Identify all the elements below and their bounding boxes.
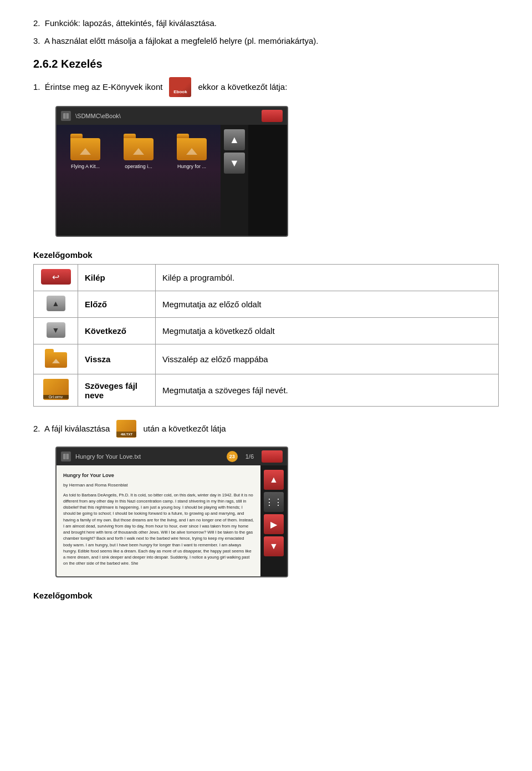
device-body-2: Hungry for Your Love by Herman and Roma … [57, 465, 287, 576]
kovetkezo-name-cell: Következő [78, 318, 156, 344]
ebook-title: Hungry for Your Love [63, 472, 254, 480]
kilep-icon-cell [34, 265, 78, 291]
step1-prefix: 1. Érintse meg az E-Könyvek ikont [33, 80, 162, 94]
ebook-reader: Hungry for Your Love by Herman and Roma … [57, 465, 260, 576]
device-body-1: Flying A Kit... operating i... [57, 125, 287, 236]
folder-arrow-3 [186, 148, 197, 155]
down-button-icon [47, 322, 65, 338]
vissza-icon-cell [34, 344, 78, 374]
filename-icon-cell [34, 374, 78, 407]
file-icon [43, 379, 69, 400]
step2-suffix: után a következőt látja [143, 422, 226, 436]
ebook-filename: Hungry for Your Love.txt [75, 453, 222, 460]
folder-tab-2 [124, 134, 136, 138]
folder-tab [70, 134, 83, 138]
device-sidebar-1: ▲ ▼ [221, 125, 248, 236]
controls-label-1: Kezelőgombok [33, 250, 499, 260]
control-row-kilep: Kilép Kilép a programból. [34, 265, 499, 291]
device-sidebar-2: ▲ ⋮⋮ ▶ ▼ [260, 465, 287, 576]
folder-arrow [80, 148, 91, 155]
control-row-kovetkezo: Következő Megmutatja a következő oldalt [34, 318, 499, 344]
control-row-filename: Szöveges fájl neve Megmutatja a szöveges… [34, 374, 499, 407]
file1-label: Flying A Kit... [71, 164, 100, 169]
device-back-button[interactable] [262, 110, 283, 122]
ebook-author: by Herman and Roma Rosenblat [63, 482, 254, 489]
file3-label: Hungry for ... [177, 164, 206, 169]
device-screen-2: Hungry for Your Love.txt 23 1/6 Hungry f… [55, 447, 288, 577]
folder-body-2 [124, 138, 154, 160]
elozo-name-cell: Előző [78, 291, 156, 318]
page-badge: 23 [227, 451, 238, 462]
device-header-1: \SDMMC\eBook\ [57, 107, 287, 125]
file2-label: operating i... [125, 164, 152, 169]
sidebar-down-button[interactable]: ▼ [224, 153, 245, 174]
kilep-button-icon [41, 269, 71, 285]
controls-table-1: Kilép Kilép a programból. Előző Megmutat… [33, 264, 499, 407]
sidebar2-menu-button[interactable]: ⋮⋮ [264, 492, 284, 512]
folder-body-icon [45, 352, 67, 368]
up-button-icon [47, 296, 65, 311]
line1: 2. Funkciók: lapozás, áttekintés, fájl k… [33, 17, 499, 30]
file-item-3[interactable]: Hungry for ... [170, 134, 214, 227]
folder-arrow-2 [133, 148, 144, 155]
step1-suffix: ekkor a következőt látja: [198, 80, 287, 94]
folder-arrow-icon [52, 359, 60, 363]
kilep-desc-cell: Kilép a programból. [156, 265, 499, 291]
folder-icon-2 [124, 134, 154, 160]
step2: 2. A fájl kiválasztása után a következőt… [33, 420, 499, 438]
page-indicator: 1/6 [245, 453, 254, 460]
step2-prefix: 2. A fájl kiválasztása [33, 422, 110, 436]
elozo-icon-cell [34, 291, 78, 318]
folder-icon-1 [70, 134, 100, 160]
device2-back-button[interactable] [262, 450, 283, 463]
ebook-text-area: Hungry for Your Love by Herman and Roma … [57, 465, 260, 576]
control-row-vissza: Vissza Visszalép az előző mappába [34, 344, 499, 374]
sidebar2-down-button[interactable]: ▼ [264, 536, 284, 556]
folder-button-icon [45, 349, 67, 368]
sidebar2-up-button[interactable]: ▲ [264, 470, 284, 490]
file-item-1[interactable]: Flying A Kit... [63, 134, 108, 227]
section-heading: 2.6.2 Kezelés [33, 58, 499, 70]
line2: 3. A használat előtt másolja a fájlokat … [33, 34, 499, 48]
folder-icon-3 [177, 134, 207, 160]
book-icon [61, 111, 71, 121]
txt-file-icon [116, 420, 136, 438]
filename-desc-cell: Megmutatja a szöveges fájl nevét. [156, 374, 499, 407]
kovetkezo-desc-cell: Megmutatja a következő oldalt [156, 318, 499, 344]
controls-label-2: Kezelőgombok [33, 591, 499, 600]
ebook-icon [169, 77, 191, 97]
device-screen-1: \SDMMC\eBook\ Flying A Kit... [55, 106, 288, 237]
folder-body [70, 138, 100, 160]
file-item-2[interactable]: operating i... [116, 134, 161, 227]
sidebar2-mid-button[interactable]: ▶ [264, 514, 284, 534]
file-browser: Flying A Kit... operating i... [57, 125, 221, 236]
folder-tab-3 [177, 134, 189, 138]
book-icon-2 [61, 452, 71, 461]
control-row-elozo: Előző Megmutatja az előző oldalt [34, 291, 499, 318]
ebook-body-text: As told to Barbara DeAngelis, Ph.D. It i… [63, 492, 254, 567]
elozo-desc-cell: Megmutatja az előző oldalt [156, 291, 499, 318]
vissza-desc-cell: Visszalép az előző mappába [156, 344, 499, 374]
kovetkezo-icon-cell [34, 318, 78, 344]
folder-body-3 [177, 138, 207, 160]
filename-name-cell: Szöveges fájl neve [78, 374, 156, 407]
device-path: \SDMMC\eBook\ [75, 113, 257, 119]
device-header-2: Hungry for Your Love.txt 23 1/6 [57, 448, 287, 465]
kilep-name-cell: Kilép [78, 265, 156, 291]
sidebar-up-button[interactable]: ▲ [224, 129, 245, 150]
step1: 1. Érintse meg az E-Könyvek ikont ekkor … [33, 77, 499, 97]
vissza-name-cell: Vissza [78, 344, 156, 374]
